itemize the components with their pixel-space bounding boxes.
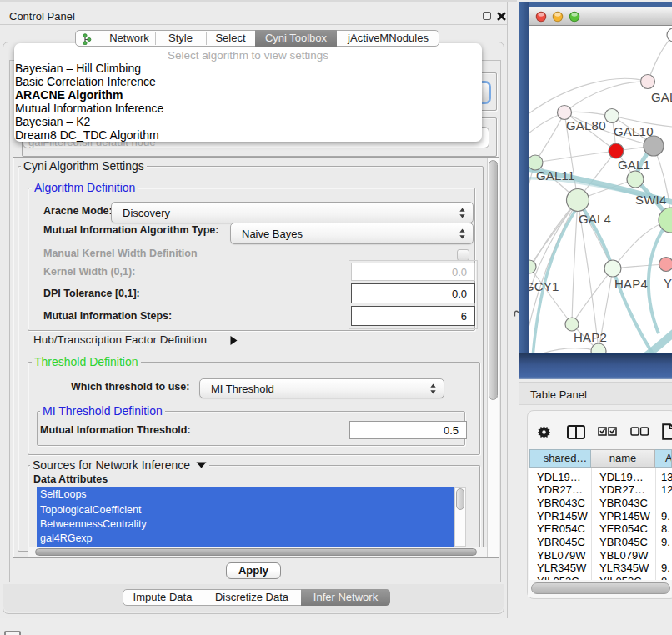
svg-text:GAL1: GAL1 xyxy=(618,158,650,172)
svg-text:GAL11: GAL11 xyxy=(536,168,575,182)
svg-text:GAL10: GAL10 xyxy=(614,124,654,138)
svg-text:GCY1: GCY1 xyxy=(529,279,559,293)
svg-text:SWI4: SWI4 xyxy=(635,192,666,207)
svg-text:Y: Y xyxy=(664,276,672,290)
svg-text:GAL: GAL xyxy=(651,90,672,104)
svg-text:HAP4: HAP4 xyxy=(614,277,648,291)
svg-text:HAP2: HAP2 xyxy=(574,330,607,344)
svg-text:GAL80: GAL80 xyxy=(566,118,606,132)
svg-text:GAL4: GAL4 xyxy=(579,212,611,226)
